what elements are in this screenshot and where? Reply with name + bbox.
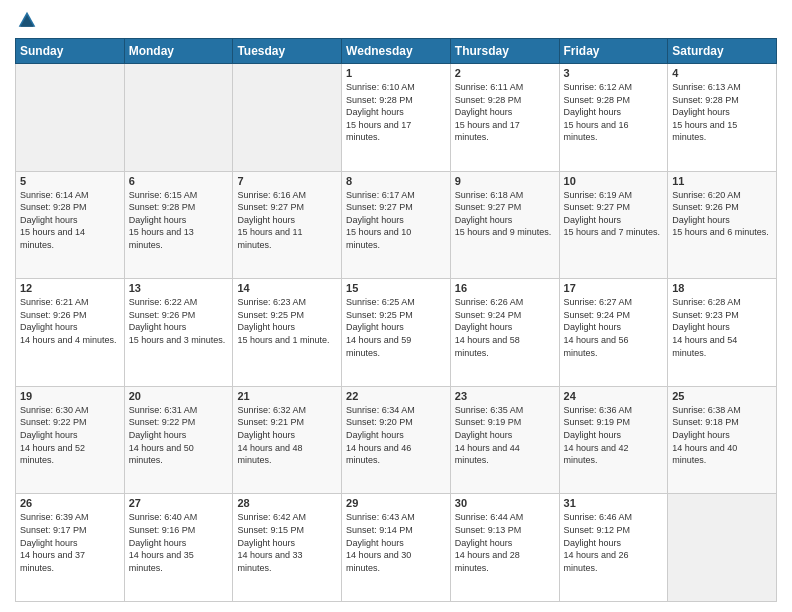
day-cell: 10Sunrise: 6:19 AMSunset: 9:27 PMDayligh…: [559, 171, 668, 279]
day-cell: 30Sunrise: 6:44 AMSunset: 9:13 PMDayligh…: [450, 494, 559, 602]
day-number: 31: [564, 497, 664, 509]
day-cell: 15Sunrise: 6:25 AMSunset: 9:25 PMDayligh…: [342, 279, 451, 387]
calendar-page: SundayMondayTuesdayWednesdayThursdayFrid…: [0, 0, 792, 612]
day-number: 23: [455, 390, 555, 402]
day-number: 20: [129, 390, 229, 402]
day-number: 6: [129, 175, 229, 187]
day-info: Sunrise: 6:12 AMSunset: 9:28 PMDaylight …: [564, 81, 664, 144]
day-number: 17: [564, 282, 664, 294]
day-number: 12: [20, 282, 120, 294]
week-row-3: 12Sunrise: 6:21 AMSunset: 9:26 PMDayligh…: [16, 279, 777, 387]
calendar-table: SundayMondayTuesdayWednesdayThursdayFrid…: [15, 38, 777, 602]
day-number: 11: [672, 175, 772, 187]
logo-icon: [17, 10, 37, 30]
weekday-monday: Monday: [124, 39, 233, 64]
day-cell: 18Sunrise: 6:28 AMSunset: 9:23 PMDayligh…: [668, 279, 777, 387]
day-info: Sunrise: 6:10 AMSunset: 9:28 PMDaylight …: [346, 81, 446, 144]
weekday-header-row: SundayMondayTuesdayWednesdayThursdayFrid…: [16, 39, 777, 64]
day-number: 5: [20, 175, 120, 187]
day-cell: 20Sunrise: 6:31 AMSunset: 9:22 PMDayligh…: [124, 386, 233, 494]
day-info: Sunrise: 6:25 AMSunset: 9:25 PMDaylight …: [346, 296, 446, 359]
day-cell: 1Sunrise: 6:10 AMSunset: 9:28 PMDaylight…: [342, 64, 451, 172]
day-info: Sunrise: 6:32 AMSunset: 9:21 PMDaylight …: [237, 404, 337, 467]
day-number: 30: [455, 497, 555, 509]
day-cell: 26Sunrise: 6:39 AMSunset: 9:17 PMDayligh…: [16, 494, 125, 602]
day-number: 22: [346, 390, 446, 402]
day-info: Sunrise: 6:17 AMSunset: 9:27 PMDaylight …: [346, 189, 446, 252]
day-info: Sunrise: 6:30 AMSunset: 9:22 PMDaylight …: [20, 404, 120, 467]
day-number: 21: [237, 390, 337, 402]
day-cell: 13Sunrise: 6:22 AMSunset: 9:26 PMDayligh…: [124, 279, 233, 387]
weekday-thursday: Thursday: [450, 39, 559, 64]
logo: [15, 10, 37, 30]
day-info: Sunrise: 6:40 AMSunset: 9:16 PMDaylight …: [129, 511, 229, 574]
week-row-1: 1Sunrise: 6:10 AMSunset: 9:28 PMDaylight…: [16, 64, 777, 172]
day-number: 16: [455, 282, 555, 294]
day-cell: [233, 64, 342, 172]
day-info: Sunrise: 6:31 AMSunset: 9:22 PMDaylight …: [129, 404, 229, 467]
day-cell: 25Sunrise: 6:38 AMSunset: 9:18 PMDayligh…: [668, 386, 777, 494]
day-cell: 21Sunrise: 6:32 AMSunset: 9:21 PMDayligh…: [233, 386, 342, 494]
day-info: Sunrise: 6:39 AMSunset: 9:17 PMDaylight …: [20, 511, 120, 574]
day-cell: 14Sunrise: 6:23 AMSunset: 9:25 PMDayligh…: [233, 279, 342, 387]
day-info: Sunrise: 6:27 AMSunset: 9:24 PMDaylight …: [564, 296, 664, 359]
day-info: Sunrise: 6:22 AMSunset: 9:26 PMDaylight …: [129, 296, 229, 346]
day-number: 24: [564, 390, 664, 402]
day-info: Sunrise: 6:35 AMSunset: 9:19 PMDaylight …: [455, 404, 555, 467]
day-cell: 22Sunrise: 6:34 AMSunset: 9:20 PMDayligh…: [342, 386, 451, 494]
day-cell: 5Sunrise: 6:14 AMSunset: 9:28 PMDaylight…: [16, 171, 125, 279]
day-number: 19: [20, 390, 120, 402]
week-row-5: 26Sunrise: 6:39 AMSunset: 9:17 PMDayligh…: [16, 494, 777, 602]
day-info: Sunrise: 6:23 AMSunset: 9:25 PMDaylight …: [237, 296, 337, 346]
day-number: 29: [346, 497, 446, 509]
day-cell: 31Sunrise: 6:46 AMSunset: 9:12 PMDayligh…: [559, 494, 668, 602]
day-info: Sunrise: 6:38 AMSunset: 9:18 PMDaylight …: [672, 404, 772, 467]
day-number: 13: [129, 282, 229, 294]
day-info: Sunrise: 6:43 AMSunset: 9:14 PMDaylight …: [346, 511, 446, 574]
day-number: 15: [346, 282, 446, 294]
day-cell: 27Sunrise: 6:40 AMSunset: 9:16 PMDayligh…: [124, 494, 233, 602]
day-info: Sunrise: 6:28 AMSunset: 9:23 PMDaylight …: [672, 296, 772, 359]
day-info: Sunrise: 6:36 AMSunset: 9:19 PMDaylight …: [564, 404, 664, 467]
weekday-saturday: Saturday: [668, 39, 777, 64]
day-info: Sunrise: 6:18 AMSunset: 9:27 PMDaylight …: [455, 189, 555, 239]
day-number: 26: [20, 497, 120, 509]
weekday-sunday: Sunday: [16, 39, 125, 64]
week-row-2: 5Sunrise: 6:14 AMSunset: 9:28 PMDaylight…: [16, 171, 777, 279]
day-cell: 4Sunrise: 6:13 AMSunset: 9:28 PMDaylight…: [668, 64, 777, 172]
day-cell: 9Sunrise: 6:18 AMSunset: 9:27 PMDaylight…: [450, 171, 559, 279]
day-cell: 11Sunrise: 6:20 AMSunset: 9:26 PMDayligh…: [668, 171, 777, 279]
day-number: 8: [346, 175, 446, 187]
day-number: 14: [237, 282, 337, 294]
day-info: Sunrise: 6:26 AMSunset: 9:24 PMDaylight …: [455, 296, 555, 359]
day-number: 4: [672, 67, 772, 79]
day-info: Sunrise: 6:20 AMSunset: 9:26 PMDaylight …: [672, 189, 772, 239]
weekday-wednesday: Wednesday: [342, 39, 451, 64]
day-number: 27: [129, 497, 229, 509]
day-cell: 3Sunrise: 6:12 AMSunset: 9:28 PMDaylight…: [559, 64, 668, 172]
day-number: 7: [237, 175, 337, 187]
day-cell: [668, 494, 777, 602]
day-info: Sunrise: 6:21 AMSunset: 9:26 PMDaylight …: [20, 296, 120, 346]
day-number: 9: [455, 175, 555, 187]
day-number: 2: [455, 67, 555, 79]
day-info: Sunrise: 6:34 AMSunset: 9:20 PMDaylight …: [346, 404, 446, 467]
weekday-tuesday: Tuesday: [233, 39, 342, 64]
day-cell: 24Sunrise: 6:36 AMSunset: 9:19 PMDayligh…: [559, 386, 668, 494]
day-cell: 16Sunrise: 6:26 AMSunset: 9:24 PMDayligh…: [450, 279, 559, 387]
day-cell: [124, 64, 233, 172]
day-cell: 7Sunrise: 6:16 AMSunset: 9:27 PMDaylight…: [233, 171, 342, 279]
day-info: Sunrise: 6:15 AMSunset: 9:28 PMDaylight …: [129, 189, 229, 252]
day-number: 1: [346, 67, 446, 79]
day-info: Sunrise: 6:44 AMSunset: 9:13 PMDaylight …: [455, 511, 555, 574]
day-info: Sunrise: 6:11 AMSunset: 9:28 PMDaylight …: [455, 81, 555, 144]
day-cell: 12Sunrise: 6:21 AMSunset: 9:26 PMDayligh…: [16, 279, 125, 387]
day-info: Sunrise: 6:19 AMSunset: 9:27 PMDaylight …: [564, 189, 664, 239]
day-cell: 6Sunrise: 6:15 AMSunset: 9:28 PMDaylight…: [124, 171, 233, 279]
header: [15, 10, 777, 30]
day-cell: 23Sunrise: 6:35 AMSunset: 9:19 PMDayligh…: [450, 386, 559, 494]
day-cell: 17Sunrise: 6:27 AMSunset: 9:24 PMDayligh…: [559, 279, 668, 387]
day-number: 3: [564, 67, 664, 79]
day-cell: [16, 64, 125, 172]
day-info: Sunrise: 6:13 AMSunset: 9:28 PMDaylight …: [672, 81, 772, 144]
